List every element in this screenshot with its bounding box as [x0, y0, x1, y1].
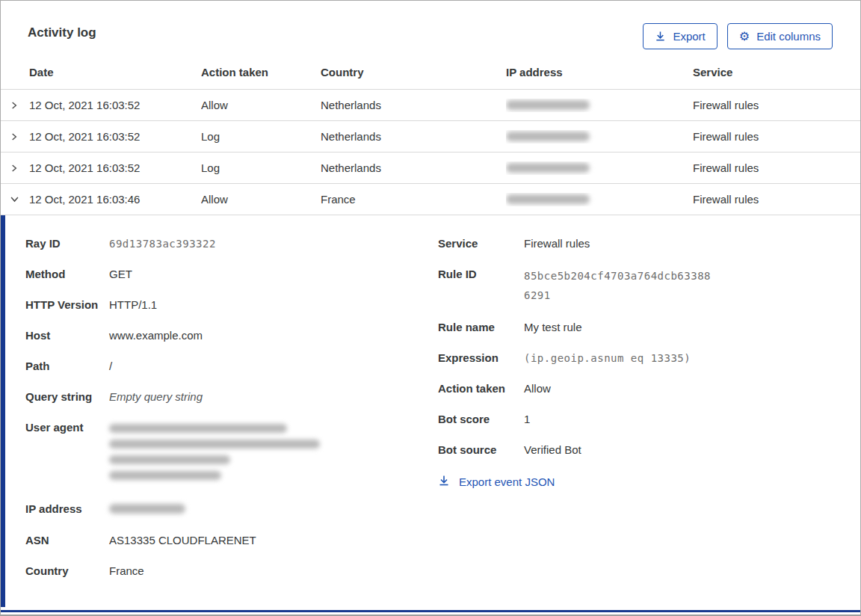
activity-log-screen: Activity log Export ⚙ Edit columns Date [0, 0, 861, 616]
detail-row-expression: Expression (ip.geoip.asnum eq 13335) [438, 350, 860, 366]
table-row[interactable]: 12 Oct, 2021 16:03:52 Log Netherlands Fi… [1, 153, 860, 184]
detail-row-user-agent: User agent [25, 419, 438, 487]
redacted-line [109, 440, 320, 449]
detail-label: Bot source [438, 442, 524, 458]
detail-row-path: Path / [25, 358, 438, 375]
detail-row-ip-address: IP address [25, 501, 438, 518]
detail-value: Firewall rules [524, 235, 590, 252]
redacted-line [109, 471, 221, 480]
detail-value: My test rule [524, 319, 582, 336]
detail-row-method: Method GET [25, 266, 438, 283]
bottom-accent-bar [1, 610, 860, 612]
detail-value: HTTP/1.1 [109, 297, 157, 313]
column-header-action-taken: Action taken [201, 66, 321, 83]
collapse-toggle[interactable] [1, 194, 29, 205]
detail-value: AS13335 CLOUDFLARENET [109, 532, 256, 549]
detail-label: Expression [438, 350, 524, 366]
expand-toggle[interactable] [1, 163, 29, 173]
detail-row-host: Host www.example.com [25, 327, 438, 344]
row-action-taken: Allow [201, 193, 321, 206]
row-ip-redacted [506, 100, 590, 110]
detail-label: Ray ID [25, 235, 109, 252]
detail-row-http-version: HTTP Version HTTP/1.1 [25, 297, 438, 313]
export-button[interactable]: Export [643, 23, 717, 49]
detail-value: Allow [524, 381, 551, 397]
detail-row-ray-id: Ray ID 69d13783ac393322 [25, 235, 438, 252]
column-header-date: Date [29, 66, 201, 83]
detail-value: 85bce5b204cf4703a764dcb633886291 [524, 266, 712, 305]
detail-label: Host [25, 327, 109, 344]
column-header-service: Service [693, 66, 860, 83]
detail-row-bot-source: Bot source Verified Bot [438, 442, 860, 458]
event-detail-panel: Ray ID 69d13783ac393322 Method GET HTTP … [1, 215, 860, 607]
detail-label: HTTP Version [25, 297, 109, 313]
page-title: Activity log [28, 25, 96, 40]
row-country: Netherlands [321, 99, 506, 111]
detail-label: Method [25, 266, 109, 283]
detail-value: www.example.com [109, 327, 203, 344]
detail-label: Path [25, 358, 109, 375]
detail-value: Verified Bot [524, 442, 581, 458]
download-icon [655, 31, 666, 42]
row-country: Netherlands [321, 161, 506, 174]
edit-columns-button[interactable]: ⚙ Edit columns [727, 23, 833, 49]
row-action-taken: Log [201, 130, 321, 143]
row-service: Firewall rules [693, 193, 860, 206]
toolbar: Export ⚙ Edit columns [643, 23, 833, 49]
chevron-right-icon [9, 163, 19, 173]
detail-value: GET [109, 266, 132, 283]
expand-toggle[interactable] [1, 100, 29, 111]
detail-value: 69d13783ac393322 [109, 235, 216, 252]
export-event-json-link[interactable]: Export event JSON [438, 475, 555, 489]
expand-toggle[interactable] [1, 132, 29, 142]
row-service: Firewall rules [693, 130, 860, 143]
detail-right-column: Service Firewall rules Rule ID 85bce5b20… [438, 235, 860, 607]
detail-row-asn: ASN AS13335 CLOUDFLARENET [25, 532, 438, 549]
row-action-taken: Allow [201, 99, 321, 111]
table-row[interactable]: 12 Oct, 2021 16:03:52 Log Netherlands Fi… [1, 121, 860, 153]
row-action-taken: Log [201, 161, 321, 174]
detail-value: France [109, 563, 144, 579]
detail-label: ASN [25, 532, 109, 549]
table-header-row: Date Action taken Country IP address Ser… [1, 59, 860, 90]
chevron-down-icon [9, 194, 20, 205]
row-service: Firewall rules [693, 99, 860, 111]
redacted-line [109, 455, 230, 464]
detail-label: Rule name [438, 319, 524, 336]
row-country: Netherlands [321, 130, 506, 143]
row-service: Firewall rules [693, 161, 860, 174]
detail-row-query-string: Query string Empty query string [25, 389, 438, 405]
row-ip-redacted [506, 132, 590, 141]
row-ip-redacted [506, 194, 590, 204]
row-date: 12 Oct, 2021 16:03:52 [29, 130, 201, 143]
row-date: 12 Oct, 2021 16:03:52 [29, 161, 201, 174]
detail-value: Empty query string [109, 389, 203, 405]
chevron-right-icon [9, 132, 19, 142]
detail-row-service: Service Firewall rules [438, 235, 860, 252]
row-ip-redacted [506, 163, 590, 173]
detail-label: Action taken [438, 381, 524, 397]
detail-value: / [109, 358, 112, 375]
export-button-label: Export [673, 30, 705, 43]
chevron-right-icon [9, 100, 19, 111]
redacted-line [109, 504, 185, 514]
row-country: France [321, 193, 506, 206]
redacted-line [109, 424, 287, 433]
detail-value: 1 [524, 411, 530, 428]
detail-row-rule-id: Rule ID 85bce5b204cf4703a764dcb633886291 [438, 266, 860, 305]
export-event-json-label: Export event JSON [459, 475, 555, 488]
detail-row-country: Country France [25, 563, 438, 579]
detail-label: Rule ID [438, 266, 524, 305]
detail-value-redacted [109, 419, 320, 487]
detail-label: Bot score [438, 411, 524, 428]
table-row[interactable]: 12 Oct, 2021 16:03:52 Allow Netherlands … [1, 90, 860, 121]
download-icon [438, 475, 450, 489]
table-row-expanded[interactable]: 12 Oct, 2021 16:03:46 Allow France Firew… [1, 184, 860, 215]
detail-label: Query string [25, 389, 109, 405]
detail-label: Service [438, 235, 524, 252]
edit-columns-button-label: Edit columns [756, 30, 821, 43]
detail-row-action-taken: Action taken Allow [438, 381, 860, 397]
detail-value: (ip.geoip.asnum eq 13335) [524, 350, 691, 366]
detail-row-rule-name: Rule name My test rule [438, 319, 860, 336]
detail-label: IP address [25, 501, 109, 518]
